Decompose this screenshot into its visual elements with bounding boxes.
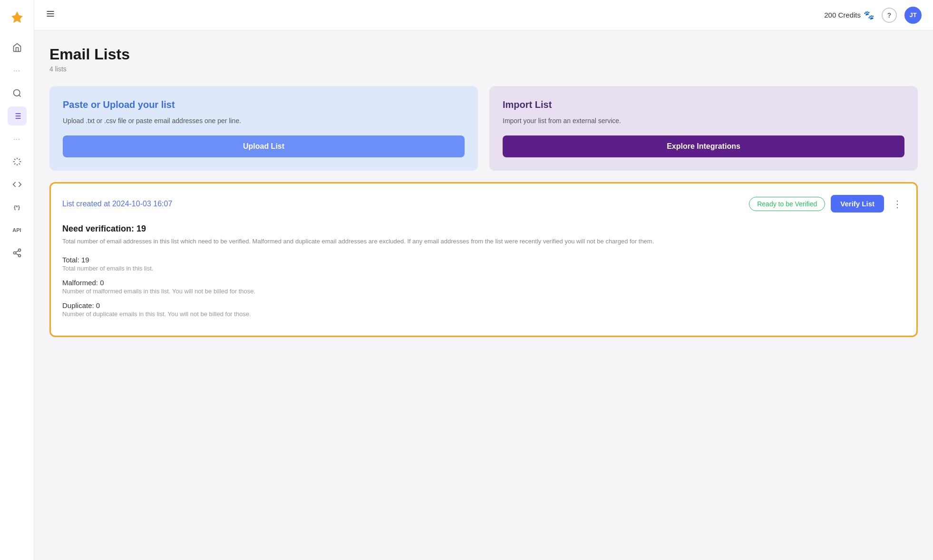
- explore-integrations-button[interactable]: Explore Integrations: [503, 135, 904, 157]
- svg-point-0: [13, 90, 19, 96]
- import-card-description: Import your list from an external servic…: [503, 116, 904, 126]
- hamburger-button[interactable]: [46, 9, 55, 21]
- stat-desc: Number of duplicate emails in this list.…: [62, 310, 905, 318]
- list-card-actions: Ready to be Verified Verify List ⋮: [749, 195, 905, 212]
- help-button[interactable]: ?: [882, 8, 897, 23]
- upload-card-title: Paste or Upload your list: [63, 99, 465, 110]
- stat-item: Duplicate: 0Number of duplicate emails i…: [62, 301, 905, 318]
- sidebar: ··· ··· {*} API: [0, 0, 34, 560]
- sidebar-item-more-2[interactable]: ···: [8, 129, 27, 148]
- avatar-initials: JT: [909, 11, 916, 19]
- cards-row: Paste or Upload your list Upload .txt or…: [49, 86, 918, 171]
- svg-point-17: [13, 252, 16, 254]
- upload-card-description: Upload .txt or .csv file or paste email …: [63, 116, 465, 126]
- import-card: Import List Import your list from an ext…: [489, 86, 918, 171]
- verification-desc: Total number of email addresses in this …: [62, 237, 905, 246]
- credits-badge[interactable]: 200 Credits 🐾: [824, 10, 874, 20]
- page-title: Email Lists: [49, 46, 918, 63]
- stat-desc: Total number of emails in this list.: [62, 265, 905, 272]
- stat-item: Malformed: 0Number of malformed emails i…: [62, 279, 905, 295]
- sidebar-item-api[interactable]: API: [8, 221, 27, 240]
- list-card-header: List created at 2024-10-03 16:07 Ready t…: [62, 195, 905, 212]
- svg-point-18: [18, 254, 20, 257]
- svg-line-19: [16, 253, 19, 255]
- sidebar-item-code[interactable]: [8, 175, 27, 194]
- status-badge: Ready to be Verified: [749, 197, 825, 211]
- verify-list-button[interactable]: Verify List: [831, 195, 884, 212]
- svg-line-20: [16, 251, 19, 252]
- upload-card: Paste or Upload your list Upload .txt or…: [49, 86, 478, 171]
- sidebar-item-regex[interactable]: {*}: [8, 198, 27, 217]
- svg-line-15: [19, 159, 19, 160]
- stat-label: Total: 19: [62, 256, 905, 264]
- sidebar-item-search[interactable]: [8, 84, 27, 103]
- sidebar-item-spark[interactable]: [8, 152, 27, 171]
- svg-point-16: [18, 249, 20, 251]
- sidebar-item-home[interactable]: [8, 38, 27, 57]
- header-right: 200 Credits 🐾 ? JT: [824, 7, 922, 24]
- list-entry-card: List created at 2024-10-03 16:07 Ready t…: [49, 182, 918, 337]
- import-card-title: Import List: [503, 99, 904, 110]
- stats-list: Total: 19Total number of emails in this …: [62, 256, 905, 318]
- main-wrapper: 200 Credits 🐾 ? JT Email Lists 4 lists P…: [34, 0, 933, 560]
- sidebar-logo: [8, 8, 27, 27]
- header-left: [46, 9, 55, 21]
- help-label: ?: [887, 11, 892, 19]
- header: 200 Credits 🐾 ? JT: [34, 0, 933, 30]
- sidebar-item-integrations[interactable]: [8, 243, 27, 262]
- svg-line-14: [14, 164, 15, 164]
- more-icon: ⋮: [893, 198, 902, 210]
- svg-line-11: [19, 164, 19, 164]
- credits-icon: 🐾: [864, 10, 874, 20]
- stat-label: Malformed: 0: [62, 279, 905, 287]
- list-link[interactable]: List created at 2024-10-03 16:07: [62, 200, 172, 208]
- sidebar-item-lists[interactable]: [8, 106, 27, 126]
- content: Email Lists 4 lists Paste or Upload your…: [34, 30, 933, 560]
- upload-list-button[interactable]: Upload List: [63, 135, 465, 157]
- stat-item: Total: 19Total number of emails in this …: [62, 256, 905, 272]
- credits-label: 200 Credits: [824, 11, 861, 19]
- verification-title: Need verification: 19: [62, 224, 905, 234]
- svg-line-1: [19, 95, 20, 97]
- page-subtitle: 4 lists: [49, 65, 918, 73]
- sidebar-item-more-1[interactable]: ···: [8, 61, 27, 80]
- stat-label: Duplicate: 0: [62, 301, 905, 309]
- svg-line-10: [14, 159, 15, 160]
- avatar[interactable]: JT: [904, 7, 922, 24]
- more-options-button[interactable]: ⋮: [890, 196, 905, 212]
- stat-desc: Number of malformed emails in this list.…: [62, 288, 905, 295]
